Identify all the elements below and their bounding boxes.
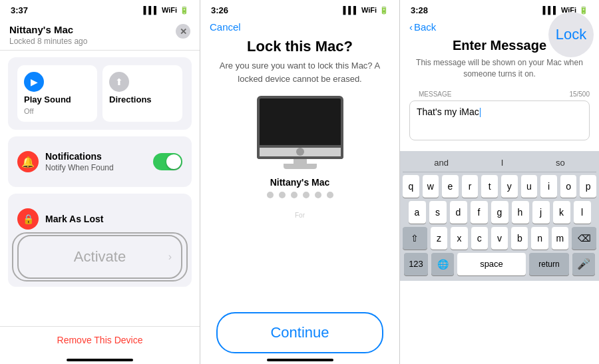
key-s[interactable]: s (429, 201, 447, 224)
device-name: Nittany's Mac (9, 24, 87, 35)
message-label: MESSAGE (409, 91, 461, 98)
key-i[interactable]: i (540, 175, 557, 198)
key-shift[interactable]: ⇧ (403, 227, 427, 250)
enter-message-subtitle: This message will be shown on your Mac w… (400, 53, 599, 84)
locked-status: Locked 8 minutes ago (9, 37, 87, 46)
key-return[interactable]: return (529, 253, 569, 275)
lock-label: Lock (556, 26, 586, 43)
imac-stand-base (284, 164, 317, 169)
pin-dot-3 (291, 192, 298, 198)
keyboard: and I so q w e r t y u i o p a s d f g h… (400, 151, 599, 281)
play-sound-sub: Off (24, 107, 91, 115)
continue-button[interactable]: Continue (216, 312, 383, 353)
battery-icon-2: 🔋 (379, 6, 389, 15)
lock-mac-title: Lock this Mac? (247, 38, 353, 55)
signal-icon-3: ▌▌▌ (542, 6, 558, 14)
key-delete[interactable]: ⌫ (572, 227, 596, 250)
lost-row: 🔒 Mark As Lost (17, 202, 182, 234)
pin-dot-2 (279, 192, 286, 198)
home-indicator-2 (267, 359, 333, 361)
notifications-row: 🔔 Notifications Notify When Found (17, 144, 182, 179)
lock-button-bubble[interactable]: Lock (548, 12, 594, 57)
key-h[interactable]: h (512, 201, 529, 224)
cancel-button[interactable]: Cancel (210, 21, 241, 33)
key-e[interactable]: e (442, 175, 459, 198)
key-k[interactable]: k (553, 201, 570, 224)
directions-icon: ⬆ (109, 72, 129, 92)
key-t[interactable]: t (481, 175, 498, 198)
pin-dot-1 (267, 192, 274, 198)
status-bar-1: 3:37 ▌▌▌ WiFi 🔋 (0, 0, 200, 19)
key-z[interactable]: z (431, 227, 447, 250)
key-u[interactable]: u (521, 175, 538, 198)
remove-device-button[interactable]: Remove This Device (8, 335, 192, 345)
activate-button[interactable]: Activate › (17, 235, 182, 279)
remove-device-section: Remove This Device (0, 326, 200, 353)
notify-toggle[interactable] (153, 153, 182, 170)
key-q[interactable]: q (403, 175, 419, 198)
status-icons-2: ▌▌▌ WiFi 🔋 (343, 6, 389, 15)
imac-chin (257, 148, 343, 159)
close-button[interactable]: ✕ (176, 24, 190, 39)
key-v[interactable]: v (491, 227, 508, 250)
play-sound-icon: ▶ (24, 72, 44, 92)
key-d[interactable]: d (450, 201, 467, 224)
message-input[interactable]: That's my iMac (409, 100, 590, 140)
keyboard-suggestions: and I so (403, 155, 596, 172)
pin-dot-4 (303, 192, 309, 198)
key-a[interactable]: a (409, 201, 426, 224)
activate-container: Activate › (17, 235, 182, 279)
home-bar-1 (0, 353, 200, 364)
notifications-card: 🔔 Notifications Notify When Found (8, 136, 192, 187)
suggestion-3[interactable]: so (556, 158, 565, 168)
signal-icon-2: ▌▌▌ (343, 6, 358, 14)
key-space[interactable]: space (457, 253, 526, 275)
back-button[interactable]: ‹ Back (409, 21, 436, 33)
imac-logo (296, 148, 304, 156)
key-m[interactable]: m (552, 227, 568, 250)
back-label: Back (414, 21, 436, 33)
chevron-icon: › (168, 251, 172, 263)
key-y[interactable]: y (501, 175, 518, 198)
suggestion-1[interactable]: and (434, 158, 449, 168)
key-123[interactable]: 123 (404, 253, 428, 275)
p2-top-bar: Cancel (200, 19, 399, 38)
battery-icon-3: 🔋 (579, 6, 588, 15)
directions-card[interactable]: ⬆ Directions (102, 65, 182, 122)
key-c[interactable]: c (471, 227, 488, 250)
play-sound-card[interactable]: ▶ Play Sound Off (17, 65, 97, 122)
imac-device-name: Nittany's Mac (270, 177, 330, 188)
key-r[interactable]: r (462, 175, 479, 198)
home-indicator-1 (67, 359, 133, 361)
pin-dot-6 (327, 192, 333, 198)
key-globe[interactable]: 🌐 (431, 253, 454, 275)
key-o[interactable]: o (560, 175, 577, 198)
key-g[interactable]: g (491, 201, 508, 224)
message-text: That's my iMac (417, 106, 479, 117)
time-1: 3:37 (11, 5, 28, 15)
suggestion-2[interactable]: I (501, 158, 504, 168)
key-j[interactable]: j (532, 201, 550, 224)
pin-dots (267, 192, 333, 198)
time-2: 3:26 (211, 5, 228, 15)
lock-mac-content: Lock this Mac? Are you sure you want to … (200, 38, 399, 353)
key-b[interactable]: b (511, 227, 528, 250)
sound-directions-row: ▶ Play Sound Off ⬆ Directions (17, 65, 182, 122)
key-p[interactable]: p (580, 175, 596, 198)
key-f[interactable]: f (471, 201, 488, 224)
battery-icon: 🔋 (180, 6, 189, 15)
key-w[interactable]: w (423, 175, 439, 198)
key-microphone[interactable]: 🎤 (572, 253, 595, 275)
lost-title: Mark As Lost (45, 214, 103, 224)
play-sound-label: Play Sound (24, 94, 91, 104)
keyboard-row-2: a s d f g h j k l (403, 201, 596, 224)
notifications-sub: Notify When Found (45, 163, 146, 172)
wifi-icon-2: WiFi (361, 6, 377, 14)
phone-3: 3:28 ▌▌▌ WiFi 🔋 Lock ‹ Back Enter Messag… (399, 0, 599, 364)
imac-illustration (250, 96, 350, 169)
key-l[interactable]: l (574, 201, 591, 224)
cards-container: ▶ Play Sound Off ⬆ Directions 🔔 Notifica… (0, 51, 200, 326)
key-x[interactable]: x (451, 227, 467, 250)
notifications-text: Notifications Notify When Found (45, 151, 146, 172)
key-n[interactable]: n (531, 227, 548, 250)
